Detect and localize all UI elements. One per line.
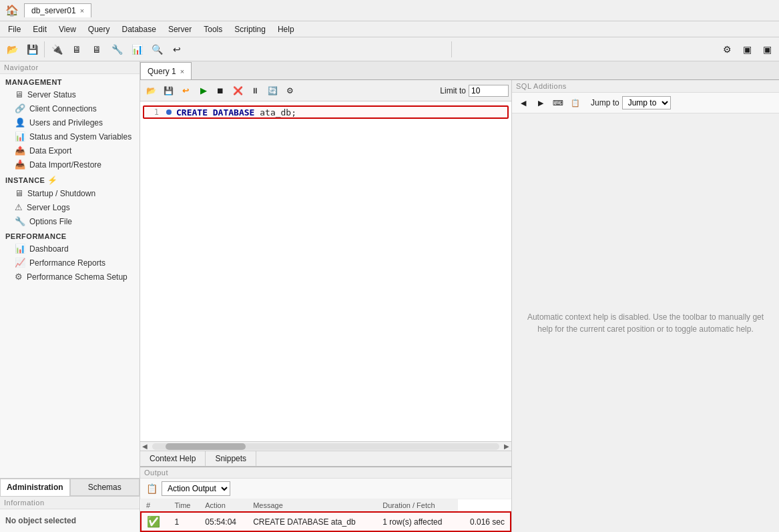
menu-tools[interactable]: Tools — [198, 23, 228, 35]
sql-additions-panel: SQL Additions ◀ ▶ ⌨ 📋 Jump to Jump to Au… — [512, 80, 779, 532]
col-duration: Duration / Fetch — [377, 499, 458, 512]
nav-users-privileges[interactable]: 👤 Users and Privileges — [0, 115, 140, 129]
toolbar-search[interactable]: 🔍 — [148, 40, 166, 59]
toolbar-monitor2[interactable]: 🖥 — [87, 40, 106, 59]
bottom-scroll[interactable]: ◀ ▶ — [140, 441, 511, 451]
menu-help[interactable]: Help — [272, 23, 300, 35]
nav-client-connections[interactable]: 🔗 Client Connections — [0, 101, 140, 115]
jump-to-select: Jump to Jump to — [591, 96, 671, 109]
editor-undo[interactable]: ↩ — [178, 83, 194, 99]
tab-context-help[interactable]: Context Help — [140, 451, 206, 466]
col-message: Message — [248, 499, 377, 512]
dashboard-icon: 📊 — [15, 244, 25, 254]
layout2-button[interactable]: ▣ — [758, 40, 776, 59]
menu-query[interactable]: Query — [83, 23, 115, 35]
toolbar-monitor[interactable]: 🖥 — [67, 40, 86, 59]
editor-open[interactable]: 📂 — [143, 83, 159, 99]
toolbar-config[interactable]: 🔧 — [107, 40, 126, 59]
output-copy-icon[interactable]: 📋 — [146, 483, 158, 495]
menu-scripting[interactable]: Scripting — [229, 23, 271, 35]
editor-pause[interactable]: ⏸ — [247, 83, 263, 99]
query-tab-1[interactable]: Query 1 × — [140, 62, 192, 79]
action-output-select[interactable]: Action Output — [162, 481, 230, 496]
main-layout: Navigator MANAGEMENT 🖥 Server Status 🔗 C… — [0, 61, 779, 532]
col-time: Time — [169, 499, 200, 512]
performance-section-title: PERFORMANCE — [0, 228, 140, 242]
tab-label: db_server01 — [31, 6, 76, 15]
toolbar-chart[interactable]: 📊 — [127, 40, 146, 59]
nav-server-status[interactable]: 🖥 Server Status — [0, 87, 140, 101]
main-toolbar: 📂 💾 🔌 🖥 🖥 🔧 📊 🔍 ↩ ⚙ ▣ ▣ — [0, 37, 779, 61]
toolbar-open[interactable]: 📂 — [3, 40, 21, 59]
menu-edit[interactable]: Edit — [27, 23, 52, 35]
limit-input[interactable] — [469, 85, 509, 97]
nav-tabs: Administration Schemas — [0, 478, 140, 496]
gear-button[interactable]: ⚙ — [718, 40, 736, 59]
additions-clipboard-btn[interactable]: 📋 — [568, 95, 583, 110]
bottom-tabs: Context Help Snippets — [140, 451, 511, 467]
instance-section-title: INSTANCE ⚡ — [0, 172, 140, 186]
home-icon[interactable]: 🏠 — [5, 4, 19, 17]
query-tab-label: Query 1 — [148, 67, 176, 76]
line-dot — [164, 109, 174, 115]
editor-line-1: 1 CREATE DATABASE ata_db; — [143, 105, 509, 119]
nav-data-import[interactable]: 📥 Data Import/Restore — [0, 158, 140, 172]
nav-performance-schema[interactable]: ⚙ Performance Schema Setup — [0, 270, 140, 284]
jump-to-dropdown[interactable]: Jump to — [622, 96, 671, 109]
editor-content[interactable]: 1 CREATE DATABASE ata_db; — [140, 101, 511, 441]
server-logs-icon: ⚠ — [15, 202, 23, 212]
row-number: 1 — [169, 512, 200, 531]
query-tab-close[interactable]: × — [180, 67, 184, 75]
content-area: Query 1 × 📂 💾 ↩ ▶ ⏹ ❌ ⏸ 🔄 ⚙ — [140, 61, 779, 532]
nav-performance-reports[interactable]: 📈 Performance Reports — [0, 256, 140, 270]
toolbar-back[interactable]: ↩ — [168, 40, 186, 59]
data-export-icon: 📤 — [15, 146, 25, 156]
menu-view[interactable]: View — [53, 23, 81, 35]
client-connections-icon: 🔗 — [15, 103, 25, 113]
additions-forward-btn[interactable]: ▶ — [533, 95, 548, 110]
main-tab[interactable]: db_server01 × — [24, 3, 91, 17]
scroll-right-arrow[interactable]: ▶ — [502, 443, 511, 450]
performance-schema-icon: ⚙ — [15, 272, 23, 282]
navigator-header: Navigator — [0, 61, 140, 74]
users-privileges-icon: 👤 — [15, 117, 25, 127]
tab-close-icon[interactable]: × — [80, 7, 84, 15]
editor-stop[interactable]: ⏹ — [212, 83, 228, 99]
additions-back-btn[interactable]: ◀ — [516, 95, 531, 110]
menu-server[interactable]: Server — [163, 23, 197, 35]
info-section: Information No object selected — [0, 496, 140, 532]
editor-clear[interactable]: ❌ — [230, 83, 246, 99]
editor-settings[interactable]: ⚙ — [282, 83, 298, 99]
nav-tab-schemas[interactable]: Schemas — [70, 479, 140, 496]
nav-status-variables[interactable]: 📊 Status and System Variables — [0, 129, 140, 144]
info-header: Information — [0, 497, 140, 509]
limit-label: Limit to — [440, 86, 466, 95]
editor-save[interactable]: 💾 — [160, 83, 176, 99]
toolbar-save[interactable]: 💾 — [23, 40, 41, 59]
scroll-thumb[interactable] — [166, 443, 246, 450]
limit-box: Limit to — [440, 85, 509, 97]
additions-keyboard-btn[interactable]: ⌨ — [551, 95, 565, 110]
sql-additions-toolbar: ◀ ▶ ⌨ 📋 Jump to Jump to — [512, 93, 779, 113]
tab-snippets[interactable]: Snippets — [206, 451, 256, 466]
nav-dashboard[interactable]: 📊 Dashboard — [0, 242, 140, 256]
nav-options-file[interactable]: 🔧 Options File — [0, 214, 140, 228]
editor-run[interactable]: ▶ — [195, 83, 211, 99]
editor-refresh[interactable]: 🔄 — [264, 83, 280, 99]
nav-tab-administration[interactable]: Administration — [0, 479, 70, 496]
sql-additions-header: SQL Additions — [512, 80, 779, 93]
layout1-button[interactable]: ▣ — [738, 40, 756, 59]
menu-database[interactable]: Database — [117, 23, 162, 35]
row-duration: 0.016 sec — [458, 512, 511, 531]
navigator-sidebar: Navigator MANAGEMENT 🖥 Server Status 🔗 C… — [0, 61, 140, 532]
nav-data-export[interactable]: 📤 Data Export — [0, 144, 140, 158]
scroll-left-arrow[interactable]: ◀ — [140, 443, 150, 450]
server-status-icon: 🖥 — [15, 89, 23, 99]
nav-startup-shutdown[interactable]: 🖥 Startup / Shutdown — [0, 186, 140, 200]
editor-toolbar: 📂 💾 ↩ ▶ ⏹ ❌ ⏸ 🔄 ⚙ Limit to — [140, 80, 511, 101]
toolbar-connect[interactable]: 🔌 — [47, 40, 66, 59]
nav-scroll: MANAGEMENT 🖥 Server Status 🔗 Client Conn… — [0, 74, 140, 478]
nav-server-logs[interactable]: ⚠ Server Logs — [0, 200, 140, 214]
scroll-track[interactable] — [152, 443, 499, 450]
menu-file[interactable]: File — [3, 23, 26, 35]
